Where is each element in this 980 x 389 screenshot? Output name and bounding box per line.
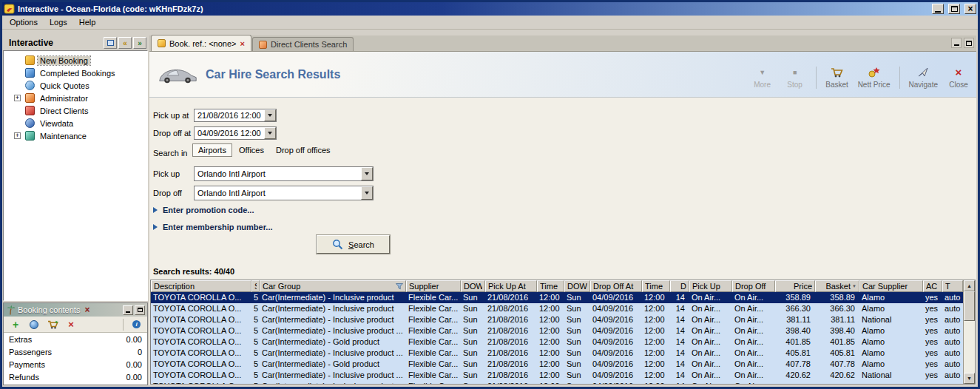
column-header-dow[interactable]: DOW (461, 280, 485, 292)
info-button[interactable]: i (123, 319, 142, 331)
sidebar-item-completed-bookings[interactable]: Completed Bookings (4, 67, 147, 79)
pickup-at-input[interactable]: 21/08/2016 12:00 (194, 109, 277, 122)
sidebar-item-maintenance[interactable]: +Maintenance (4, 129, 147, 142)
search-in-tab-airports[interactable]: Airports (192, 143, 232, 157)
globe-button[interactable] (27, 319, 41, 331)
search-in-tab-offices[interactable]: Offices (234, 144, 269, 156)
scrollbar-track[interactable] (964, 291, 975, 373)
pickup-label: Pick up (153, 169, 180, 178)
column-header-dow[interactable]: DOW (564, 280, 590, 292)
dropoff-at-dropdown-button[interactable] (264, 127, 276, 139)
booking-panel-restore-button[interactable] (135, 305, 145, 315)
dropoff-combobox[interactable]: Orlando Intl Airport (194, 186, 374, 200)
basket-button[interactable]: Basket (825, 67, 849, 89)
column-header-label: Description (154, 282, 249, 291)
sidebar-item-new-booking[interactable]: New Booking (4, 54, 147, 67)
table-cell: 12:00 (642, 336, 670, 348)
dropoff-at-input[interactable]: 04/09/2016 12:00 (194, 126, 277, 140)
table-row[interactable]: TOYOTA COROLLA O...5Car(Intermediate) - … (151, 325, 963, 336)
dropoff-dropdown-button[interactable] (361, 186, 373, 200)
table-row[interactable]: TOYOTA COROLLA O...5Car(Intermediate) - … (151, 381, 963, 384)
table-row[interactable]: TOYOTA COROLLA O...5Car(Intermediate) - … (151, 314, 963, 325)
sidebar-view-button[interactable] (104, 37, 117, 49)
search-button[interactable]: Search (317, 235, 390, 254)
pickup-dropdown-button[interactable] (361, 167, 373, 180)
tab-close-icon[interactable]: × (240, 39, 245, 48)
pickup-at-dropdown-button[interactable] (264, 109, 276, 121)
table-row[interactable]: TOYOTA COROLLA O...5Car(Intermediate) - … (151, 303, 963, 314)
scrollbar-thumb[interactable] (964, 291, 975, 321)
table-cell: On Air... (689, 292, 732, 303)
column-header-t[interactable]: T (942, 280, 963, 292)
menu-options[interactable]: Options (4, 16, 44, 28)
column-header-drop-off[interactable]: Drop Off (732, 280, 775, 292)
scroll-up-button[interactable]: ▲ (964, 280, 975, 291)
column-header-time[interactable]: Time (642, 280, 670, 292)
pickup-at-value: 21/08/2016 12:00 (195, 111, 264, 120)
booking-panel-buttons (123, 305, 145, 315)
tab-area-minimize-button[interactable] (951, 38, 962, 48)
window-close-button[interactable]: × (964, 4, 976, 14)
vertical-scrollbar[interactable]: ▲ ▼ (963, 280, 975, 384)
column-header-pick-up-at[interactable]: Pick Up At (485, 280, 537, 292)
sidebar-item-administrator[interactable]: +Administrator (4, 92, 147, 104)
window-minimize-button[interactable] (932, 4, 944, 14)
nett-price-button[interactable]: Nett Price (858, 67, 891, 89)
column-header-ac[interactable]: AC (923, 280, 942, 292)
table-cell: auto (942, 359, 963, 370)
add-button[interactable]: + (9, 319, 22, 331)
column-header-car-supplier[interactable]: Car Supplier (859, 280, 923, 292)
tab-area-restore-button[interactable] (964, 38, 974, 48)
booking-contents-header[interactable]: Booking contents × (4, 303, 147, 317)
window-maximize-button[interactable] (948, 4, 960, 14)
booking-panel-close-icon[interactable]: × (83, 305, 91, 314)
table-cell: 21/08/2016 (485, 325, 537, 336)
table-row[interactable]: TOYOTA COROLLA O...5Car(Intermediate) - … (151, 336, 963, 348)
sidebar-item-direct-clients[interactable]: Direct Clients (4, 104, 147, 117)
membership-number-expander[interactable]: Enter membership number... (153, 223, 273, 231)
filter-funnel-icon[interactable] (396, 283, 403, 290)
column-header-d[interactable]: D (670, 280, 689, 292)
promotion-code-expander[interactable]: Enter promotion code... (153, 206, 254, 214)
expand-toggle[interactable]: + (14, 95, 21, 101)
navigate-button[interactable]: Navigate (909, 67, 938, 89)
column-header-car-group[interactable]: Car Group (260, 280, 406, 292)
table-row[interactable]: TOYOTA COROLLA O...5Car(Intermediate) - … (151, 359, 963, 370)
table-row[interactable]: TOYOTA COROLLA O...5Car(Intermediate) - … (151, 348, 963, 359)
menu-help[interactable]: Help (73, 16, 102, 28)
column-header-drop-off-at[interactable]: Drop Off At (590, 280, 642, 292)
column-header-pick-up[interactable]: Pick Up (689, 280, 732, 292)
double-left-arrow-icon: « (123, 39, 127, 47)
column-header-supplier[interactable]: Supplier (406, 280, 461, 292)
tab-book-ref-none[interactable]: Book. ref.: <none>× (151, 35, 251, 51)
sidebar-item-viewdata[interactable]: Viewdata (4, 117, 147, 129)
pickup-combobox[interactable]: Orlando Intl Airport (194, 166, 374, 181)
table-cell: Car(Intermediate) - Inclusive product (260, 314, 406, 325)
tab-direct-clients-search[interactable]: Direct Clients Search (252, 37, 354, 51)
search-in-tab-drop-off-offices[interactable]: Drop off offices (271, 144, 336, 156)
table-cell: Sun (564, 359, 590, 370)
close-button[interactable]: ×Close (947, 67, 970, 89)
column-header-basket[interactable]: Basket▼ (815, 280, 859, 292)
sidebar-item-quick-quotes[interactable]: Quick Quotes (4, 79, 147, 92)
table-cell: 14 (670, 381, 689, 384)
sidebar-back-button[interactable]: « (118, 37, 132, 49)
table-row[interactable]: TOYOTA COROLLA O...5Car(Intermediate) - … (151, 292, 963, 303)
column-header-s[interactable]: S (251, 280, 260, 292)
scroll-down-button[interactable]: ▼ (964, 373, 975, 384)
column-header-description[interactable]: Description (151, 280, 251, 292)
column-header-time[interactable]: Time (537, 280, 564, 292)
booking-panel-minimize-button[interactable] (123, 305, 133, 315)
column-header-price[interactable]: Price (775, 280, 815, 292)
sidebar-forward-button[interactable]: » (133, 37, 146, 49)
table-cell: 358.89 (815, 292, 859, 303)
menu-logs[interactable]: Logs (44, 16, 73, 28)
delete-button[interactable]: × (64, 319, 78, 331)
table-row[interactable]: TOYOTA COROLLA O...5Car(Intermediate) - … (151, 370, 963, 381)
sort-icon[interactable]: ▼ (852, 284, 856, 288)
table-cell: TOYOTA COROLLA O... (151, 370, 251, 381)
basket-add-button[interactable] (46, 319, 59, 331)
table-cell: yes (923, 359, 942, 370)
expand-toggle[interactable]: + (14, 132, 21, 139)
title-bar[interactable]: Interactive - Ocean-Florida (code: wKHnF… (2, 2, 978, 16)
